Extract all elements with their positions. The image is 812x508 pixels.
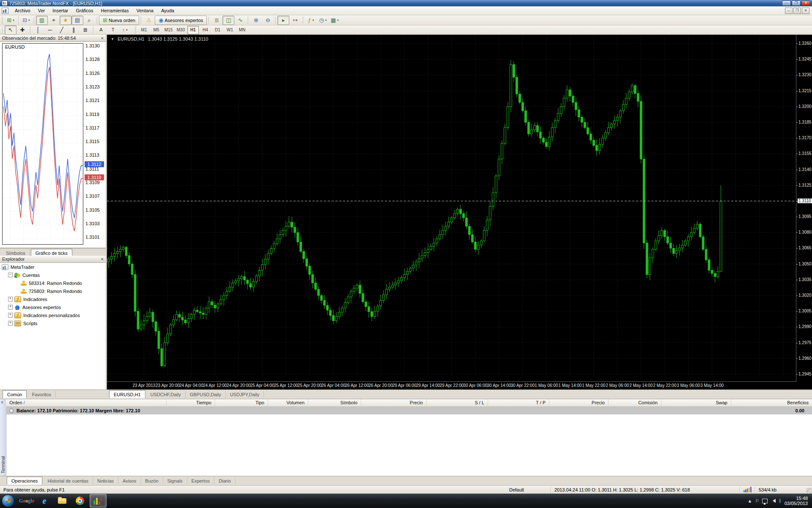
- menu-archivo[interactable]: Archivo: [11, 7, 34, 14]
- label-tool[interactable]: T: [107, 25, 119, 35]
- navigator-button[interactable]: ★: [60, 16, 71, 25]
- candles-chart-button[interactable]: ◫: [222, 16, 234, 25]
- terminal-button[interactable]: ▤: [71, 16, 83, 25]
- line-chart-button[interactable]: ∿: [234, 16, 246, 25]
- column-header-volumen[interactable]: Volumen: [268, 399, 308, 407]
- taskbar-clock[interactable]: 15:48 03/05/2013: [785, 496, 808, 506]
- terminal-tab-noticias[interactable]: Noticias: [93, 477, 118, 484]
- mdi-close-button[interactable]: ✕: [802, 8, 809, 14]
- new-order-button[interactable]: ⊞Nueva orden: [99, 16, 139, 25]
- chart-tab-gbpusd-daily[interactable]: GBPUSD,Daily: [186, 391, 226, 398]
- column-header-tipo[interactable]: Tipo: [215, 399, 268, 407]
- chart-tab-usdjpy-daily[interactable]: USDJPY,Daily: [226, 391, 264, 398]
- time-axis[interactable]: 23 Apr 201323 Apr 20:0024 Apr 04:0024 Ap…: [107, 381, 796, 389]
- new-chart-button[interactable]: ⊞▾: [5, 16, 16, 25]
- tab-favoritos[interactable]: Favoritos: [27, 391, 55, 398]
- chart-area[interactable]: ▼ EURUSD,H1 1.3043 1.3125 1.3043 1.3110 …: [106, 35, 812, 389]
- terminal-tab-diario[interactable]: Diario: [214, 477, 236, 484]
- timeframe-h4[interactable]: H4: [200, 26, 211, 34]
- column-header-beneficios[interactable]: Beneficios: [731, 399, 812, 407]
- market-watch-button[interactable]: ▥: [36, 16, 48, 25]
- expand-icon[interactable]: +: [8, 305, 13, 309]
- chart-shift-button[interactable]: ↦: [289, 16, 301, 25]
- expand-icon[interactable]: +: [8, 313, 13, 318]
- column-header-swap[interactable]: Swap: [661, 399, 731, 407]
- terminal-tab-buzón[interactable]: Buzón: [141, 477, 163, 484]
- expand-icon[interactable]: +: [8, 297, 13, 301]
- timeframe-m1[interactable]: M1: [138, 26, 150, 34]
- menu-ventana[interactable]: Ventana: [133, 7, 157, 14]
- status-profile[interactable]: Default: [509, 487, 524, 492]
- chart-document-icon[interactable]: [2, 8, 8, 14]
- text-tool[interactable]: A: [95, 25, 107, 35]
- horizontal-line-tool[interactable]: ─: [44, 25, 56, 35]
- navigator-close-icon[interactable]: ×: [101, 257, 104, 262]
- chart-tab-eurusd-h1[interactable]: EURUSD,H1: [109, 390, 145, 398]
- tree-item-metatrader[interactable]: MetaTrader: [0, 263, 106, 271]
- menu-herramientas[interactable]: Herramientas: [97, 7, 132, 14]
- arrows-tool[interactable]: ↑▾: [119, 25, 131, 35]
- trendline-tool[interactable]: ╱: [56, 25, 68, 35]
- column-header-t-p[interactable]: T / P: [488, 399, 549, 407]
- taskbar-ie-icon[interactable]: e: [36, 494, 52, 507]
- timeframe-w1[interactable]: W1: [224, 26, 236, 34]
- start-button[interactable]: [2, 494, 14, 507]
- channel-tool[interactable]: ∥: [68, 25, 80, 35]
- speaker-icon[interactable]: [771, 499, 776, 503]
- restore-button[interactable]: ❐: [792, 0, 801, 6]
- tree-item-scripts[interactable]: +Scripts: [0, 319, 106, 327]
- crosshair-tool[interactable]: ✚: [16, 25, 28, 35]
- menu-gráficos[interactable]: Gráficos: [72, 7, 97, 14]
- alerts-button[interactable]: ⚠: [143, 16, 155, 25]
- timeframe-m15[interactable]: M15: [163, 26, 174, 34]
- templates-button[interactable]: ▩▾: [329, 16, 340, 25]
- zoom-in-button[interactable]: ⊕: [250, 16, 262, 25]
- balance-row[interactable]: Balance: 172.10 Patrimonio: 172.10 Marge…: [6, 407, 812, 414]
- minimize-button[interactable]: —: [782, 0, 791, 6]
- toolbar-grip[interactable]: [135, 27, 136, 33]
- column-header-precio[interactable]: Precio: [549, 399, 609, 407]
- column-header-comisión[interactable]: Comisión: [609, 399, 661, 407]
- terminal-tab-expertos[interactable]: Expertos: [187, 477, 214, 484]
- taskbar-chrome-icon[interactable]: [72, 494, 88, 507]
- periods-button[interactable]: ◷▾: [317, 16, 329, 25]
- mdi-restore-button[interactable]: ❐: [793, 8, 801, 14]
- tree-item-cuentas[interactable]: −Cuentas: [0, 271, 106, 279]
- tree-item-725803-ramon-redondo[interactable]: 725803: Ramon Redondo: [0, 287, 106, 295]
- market-watch-close-icon[interactable]: ×: [101, 36, 104, 41]
- collapse-icon[interactable]: −: [8, 273, 13, 277]
- timeframe-h1[interactable]: H1: [187, 26, 199, 34]
- terminal-tab-avisos[interactable]: Avisos: [118, 477, 141, 484]
- timeframe-d1[interactable]: D1: [212, 26, 223, 34]
- toolbar-grip[interactable]: [2, 17, 3, 24]
- experts-button[interactable]: ◉Asesores expertos: [155, 16, 207, 25]
- close-button[interactable]: ✕: [801, 0, 810, 6]
- timeframe-m30[interactable]: M30: [175, 26, 187, 34]
- profiles-button[interactable]: ⊟▾: [20, 16, 32, 25]
- price-axis[interactable]: 1.32601.32451.32301.32151.32001.31851.31…: [796, 35, 812, 382]
- cursor-tool[interactable]: ↖: [5, 25, 16, 35]
- expand-icon[interactable]: +: [8, 321, 13, 326]
- chart-tab-usdchf-daily[interactable]: USDCHF,Daily: [146, 391, 186, 398]
- data-window-button[interactable]: ⌖: [48, 16, 60, 25]
- column-header-s-l[interactable]: S / L: [427, 399, 488, 407]
- bluetooth-icon[interactable]: ᛒ: [779, 498, 782, 503]
- terminal-close-icon[interactable]: ×: [1, 400, 3, 405]
- mdi-minimize-button[interactable]: —: [785, 8, 793, 14]
- auto-scroll-button[interactable]: ▸: [277, 16, 289, 25]
- tab-común[interactable]: Común: [3, 390, 27, 398]
- toolbar-grip[interactable]: [2, 27, 3, 33]
- menu-insertar[interactable]: Insertar: [49, 7, 72, 14]
- timeframe-mn[interactable]: MN: [236, 26, 248, 34]
- bars-chart-button[interactable]: |||: [211, 16, 222, 25]
- zoom-out-button[interactable]: ⊖: [262, 16, 274, 25]
- terminal-tab-operaciones[interactable]: Operaciones: [7, 477, 42, 485]
- terminal-tab-signals[interactable]: Signals: [163, 477, 187, 484]
- tick-chart-plot[interactable]: EURUSD: [2, 43, 83, 245]
- tree-item-indicadores[interactable]: +fIndicadores: [0, 295, 106, 303]
- taskbar-google-icon[interactable]: Google: [19, 494, 35, 507]
- tester-button[interactable]: ⌕: [83, 16, 95, 25]
- tray-flag-icon[interactable]: ⚐: [755, 498, 759, 504]
- status-traffic[interactable]: 534/4 kb: [759, 487, 776, 492]
- terminal-tab-historial-de-cuentas[interactable]: Historial de cuentas: [43, 477, 93, 484]
